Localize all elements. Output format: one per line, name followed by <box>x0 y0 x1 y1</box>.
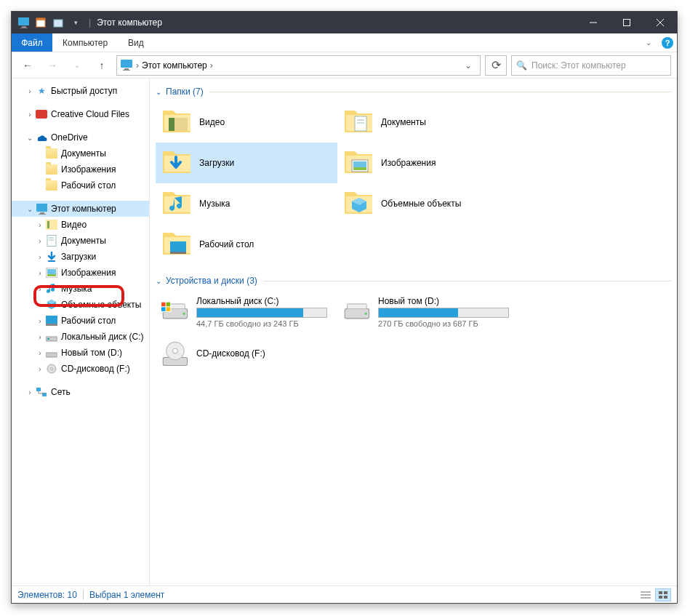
svg-rect-8 <box>54 20 63 27</box>
group-header-devices[interactable]: ⌄ Устройства и диски (3) <box>156 268 671 288</box>
up-button[interactable]: ↑ <box>92 55 112 76</box>
folder-label: Загрузки <box>199 158 234 168</box>
search-input[interactable] <box>531 60 666 71</box>
forward-button[interactable]: → <box>42 55 63 76</box>
sidebar-item-onedrive[interactable]: ⌄OneDrive <box>12 129 149 145</box>
sidebar-item-label: Изображения <box>61 164 116 175</box>
documents-folder-icon <box>343 106 375 138</box>
svg-rect-44 <box>167 303 171 307</box>
folder-icon <box>45 164 58 175</box>
help-icon: ? <box>662 37 673 49</box>
folder-video[interactable]: Видео <box>156 102 337 143</box>
large-icons-view-button[interactable] <box>655 588 671 601</box>
sidebar-item-label: Объемные объекты <box>61 300 141 310</box>
file-tab[interactable]: Файл <box>12 33 52 52</box>
sidebar-item-label: Видео <box>61 220 87 230</box>
folder-label: Музыка <box>199 199 230 209</box>
drive-label: Локальный диск (C:) <box>196 296 332 306</box>
chevron-right-icon[interactable]: › <box>210 60 213 71</box>
address-dropdown-icon[interactable]: ⌄ <box>460 60 477 71</box>
maximize-button[interactable] <box>610 12 643 33</box>
folder-3dobjects[interactable]: Объемные объекты <box>337 183 519 224</box>
sidebar-item-pc-drive-d[interactable]: ›Новый том (D:) <box>12 345 149 361</box>
sidebar-item-this-pc[interactable]: ⌄Этот компьютер <box>12 201 149 217</box>
sidebar-item-network[interactable]: ›Сеть <box>12 384 149 400</box>
sidebar-item-od-images[interactable]: Изображения <box>12 161 149 177</box>
folder-label: Документы <box>381 117 426 127</box>
drive-icon <box>343 297 372 327</box>
drive-usage-bar <box>378 308 509 318</box>
sidebar-item-creative-cloud[interactable]: ›Creative Cloud Files <box>12 106 149 122</box>
pc-icon <box>120 59 133 72</box>
folder-desktop[interactable]: Рабочий стол <box>156 224 337 265</box>
svg-rect-13 <box>36 110 47 119</box>
sidebar-item-label: Creative Cloud Files <box>51 109 129 119</box>
svg-point-49 <box>173 348 178 353</box>
ribbon-expand-icon[interactable]: ⌄ <box>639 33 658 52</box>
folder-icon <box>45 148 58 159</box>
group-title: Папки (7) <box>166 87 204 97</box>
network-icon <box>35 386 48 398</box>
details-view-button[interactable] <box>638 588 654 601</box>
back-button[interactable]: ← <box>17 55 38 76</box>
computer-tab[interactable]: Компьютер <box>52 33 118 52</box>
recent-dropdown[interactable]: ⌄ <box>67 55 87 76</box>
content-pane: ⌄ Папки (7) Видео Документы Загрузки <box>150 79 677 585</box>
sidebar-item-od-documents[interactable]: Документы <box>12 145 149 161</box>
disc-drive-icon <box>161 340 190 369</box>
qat-properties-icon[interactable] <box>33 15 48 30</box>
sidebar-item-od-desktop[interactable]: Рабочий стол <box>12 177 149 193</box>
view-tab[interactable]: Вид <box>118 33 154 52</box>
chevron-down-icon: ⌄ <box>156 277 161 285</box>
help-button[interactable]: ? <box>658 33 677 52</box>
svg-rect-10 <box>624 20 630 26</box>
status-selection: Выбран 1 элемент <box>89 590 164 600</box>
qat-newfolder-icon[interactable] <box>51 15 65 30</box>
sidebar-item-quick-access[interactable]: ›★Быстрый доступ <box>12 83 149 99</box>
sidebar-item-pc-documents[interactable]: ›Документы <box>12 233 149 249</box>
ribbon: Файл Компьютер Вид ⌄ ? <box>12 33 677 52</box>
window-title: Этот компьютер <box>97 17 162 28</box>
video-folder-icon <box>161 106 193 138</box>
svg-rect-30 <box>36 388 41 391</box>
drive-icon <box>161 297 190 327</box>
search-box[interactable]: 🔍 <box>511 55 671 76</box>
group-header-folders[interactable]: ⌄ Папки (7) <box>156 79 671 99</box>
refresh-button[interactable]: ⟳ <box>485 55 507 76</box>
sidebar-item-pc-3dobjects[interactable]: ›Объемные объекты <box>12 297 149 313</box>
svg-rect-38 <box>353 161 366 167</box>
qat-dropdown-icon[interactable]: ▾ <box>68 15 83 30</box>
drive-c[interactable]: Локальный диск (C:) 44,7 ГБ свободно из … <box>156 291 337 333</box>
minimize-button[interactable] <box>577 12 610 33</box>
desktop-icon <box>45 315 58 327</box>
onedrive-icon <box>35 132 48 143</box>
sidebar-item-pc-music[interactable]: ›Музыка <box>12 281 149 297</box>
folder-downloads[interactable]: Загрузки <box>156 143 337 183</box>
svg-rect-40 <box>170 241 186 252</box>
folder-documents[interactable]: Документы <box>337 102 519 143</box>
address-bar[interactable]: › Этот компьютер › ⌄ <box>116 55 481 76</box>
sidebar-item-label: CD-дисковод (F:) <box>61 364 130 374</box>
chevron-down-icon: ⌄ <box>156 88 161 96</box>
sidebar-item-pc-drive-c[interactable]: ›Локальный диск (C:) <box>12 329 149 345</box>
search-icon: 🔍 <box>516 60 527 71</box>
drive-f[interactable]: CD-дисковод (F:) <box>156 333 337 375</box>
sidebar-item-label: Изображения <box>61 268 116 278</box>
sidebar-item-label: Сеть <box>51 387 71 397</box>
drive-usage-bar <box>196 308 327 318</box>
folder-music[interactable]: Музыка <box>156 183 337 224</box>
sidebar-item-pc-desktop[interactable]: ›Рабочий стол <box>12 313 149 329</box>
sidebar-item-label: OneDrive <box>51 132 88 143</box>
sidebar-item-label: Документы <box>61 236 106 246</box>
sidebar-item-pc-drive-f[interactable]: ›CD-дисковод (F:) <box>12 361 149 377</box>
sidebar-item-pc-downloads[interactable]: ›Загрузки <box>12 249 149 265</box>
breadcrumb[interactable]: Этот компьютер <box>139 60 210 71</box>
folder-images[interactable]: Изображения <box>337 143 519 183</box>
sidebar-item-pc-video[interactable]: ›Видео <box>12 217 149 233</box>
drive-d[interactable]: Новый том (D:) 270 ГБ свободно из 687 ГБ <box>337 291 519 333</box>
sidebar-item-pc-images[interactable]: ›Изображения <box>12 265 149 281</box>
svg-rect-7 <box>36 18 45 20</box>
svg-rect-22 <box>47 274 56 276</box>
close-button[interactable] <box>643 12 677 33</box>
sidebar-item-label: Загрузки <box>61 252 96 262</box>
